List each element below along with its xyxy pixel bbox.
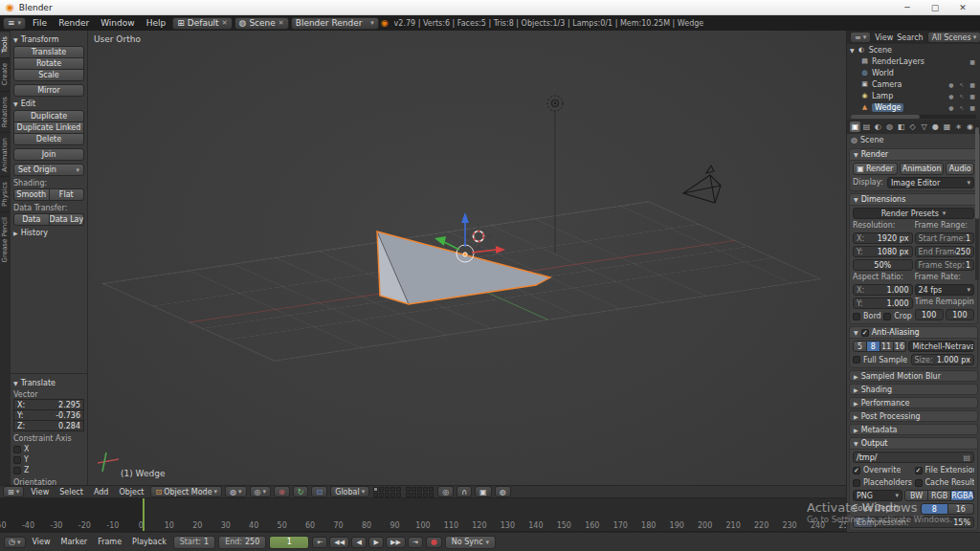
menu-add[interactable]: Add (90, 488, 113, 496)
shelf-tab-grease-pencil[interactable]: Grease Pencil (0, 211, 10, 267)
manipulator-x-arrow[interactable] (472, 250, 496, 253)
file-format-dropdown[interactable]: PNG ▾ (853, 490, 902, 501)
layer-cell[interactable] (423, 487, 428, 492)
layer-cell[interactable] (379, 487, 384, 492)
tab-render-layers[interactable]: ▤ (861, 121, 872, 132)
constraint-y-checkbox[interactable]: Y (13, 454, 84, 465)
scrollbar-thumb[interactable] (975, 127, 979, 219)
editor-type-selector[interactable]: ⊞ ▾ (3, 486, 24, 497)
remap-old-field[interactable]: 100 (915, 309, 944, 320)
folder-icon[interactable]: ▤ (963, 453, 970, 462)
resolution-x-field[interactable]: X: 1920 px (853, 232, 913, 244)
transform-panel-header[interactable]: ▼ Transform (13, 35, 84, 44)
visibility-toggles[interactable]: ● ↖ ■ (948, 81, 977, 88)
duplicate-linked-button[interactable]: Duplicate Linked (13, 121, 84, 134)
layer-cell[interactable] (396, 487, 401, 492)
camera-object[interactable] (683, 165, 721, 203)
layer-cell[interactable] (396, 493, 401, 497)
tab-physics[interactable]: ◉ (965, 121, 975, 132)
menu-file[interactable]: File (28, 18, 52, 28)
constraint-z-checkbox[interactable]: Z (13, 465, 84, 475)
menu-render[interactable]: Render (54, 18, 94, 28)
vector-z-field[interactable]: Z: 0.284 (13, 420, 84, 431)
dimensions-panel-header[interactable]: ▼ Dimensions (850, 194, 977, 206)
outliner-row-wedge[interactable]: ▲ Wedge ● ↖ ■ (847, 101, 980, 113)
channels-rgba[interactable]: RGBA (951, 490, 974, 501)
remap-new-field[interactable]: 100 (946, 309, 974, 320)
menu-search[interactable]: Search (897, 33, 923, 42)
aa-size-field[interactable]: Size: 1.000 px (911, 354, 975, 365)
aa-filter-dropdown[interactable]: Mitchell-Netravali ▾ (908, 341, 974, 352)
visibility-toggles[interactable]: ● ↖ ■ (948, 93, 977, 99)
start-frame-field[interactable]: Start: 1 (173, 536, 215, 549)
close-icon[interactable]: ✕ (222, 19, 228, 27)
border-checkbox[interactable]: Border (853, 311, 881, 321)
record-button[interactable]: ● (426, 537, 442, 548)
scrollbar-thumb[interactable] (851, 115, 920, 119)
render-animation-button[interactable]: Animation (900, 163, 945, 175)
layer-cell[interactable] (406, 493, 411, 497)
aa-samples-5[interactable]: 5 (853, 341, 867, 352)
outliner-scrollbar[interactable] (851, 115, 976, 119)
outliner-row-world[interactable]: ◍ World (847, 67, 980, 78)
current-frame-field[interactable]: 1 (269, 536, 309, 549)
channels-rgb[interactable]: RGB (928, 490, 951, 501)
menu-help[interactable]: Help (142, 18, 171, 28)
aa-samples-11[interactable]: 11 (880, 341, 894, 352)
render-audio-button[interactable]: Audio (946, 163, 974, 175)
expand-icon[interactable]: ▼ (850, 47, 855, 54)
editor-type-selector[interactable]: ≡ ▾ (3, 17, 26, 30)
flat-button[interactable]: Flat (50, 188, 85, 201)
screen-layout-selector[interactable]: ⊞ Default ✕ (172, 17, 232, 30)
depth-8[interactable]: 8 (921, 503, 948, 515)
layer-cell[interactable] (412, 493, 416, 497)
layer-cell[interactable] (390, 487, 395, 492)
layer-cell[interactable] (385, 487, 390, 492)
end-frame-field[interactable]: End Frame: 250 (915, 246, 975, 257)
outliner-row-lamp[interactable]: ◉ Lamp ● ↖ ■ (847, 90, 980, 101)
transport-button[interactable]: ◀◀ (329, 537, 349, 548)
mirror-button[interactable]: Mirror (13, 84, 84, 97)
tab-modifiers[interactable]: ◇ (907, 121, 918, 132)
menu-frame[interactable]: Frame (94, 538, 125, 546)
layer-cell[interactable] (417, 487, 422, 492)
menu-window[interactable]: Window (96, 18, 140, 28)
aspect-x-field[interactable]: X: 1.000 (853, 284, 913, 296)
history-panel-header[interactable]: ▶ History (13, 229, 84, 237)
manipulator-translate-button[interactable]: ⊕ (274, 486, 290, 497)
tab-object-data[interactable]: ▽ (919, 121, 929, 132)
sampled-motion-blur-panel-header[interactable]: ▶ Sampled Motion Blur (849, 370, 978, 382)
layer-cell[interactable] (429, 487, 434, 492)
timeline-playhead[interactable] (143, 498, 145, 531)
full-sample-checkbox[interactable]: Full Sample (853, 355, 909, 365)
pivot-dropdown[interactable]: ◎ ▾ (250, 486, 272, 497)
crop-checkbox[interactable]: Crop (883, 311, 912, 321)
compression-slider[interactable]: Compression: 15% (853, 517, 974, 528)
operator-panel-header[interactable]: ▼ Translate (13, 379, 84, 387)
render-opengl-anim-button[interactable]: ◍ (495, 486, 511, 497)
performance-panel-header[interactable]: ▶ Performance (849, 397, 978, 408)
tab-object[interactable]: ◧ (896, 121, 906, 132)
display-mode-dropdown[interactable]: All Scenes ▾ (927, 32, 980, 43)
file-extensions-checkbox[interactable]: File Extensions (915, 465, 975, 475)
scene-selector[interactable]: ◍ Scene ✕ (234, 17, 289, 30)
menu-playback[interactable]: Playback (128, 538, 170, 546)
properties-scrollbar[interactable] (975, 127, 979, 280)
render-presets-dropdown[interactable]: Render Presets ▾ (853, 208, 974, 219)
smooth-button[interactable]: Smooth (13, 188, 50, 201)
outliner-row-scene[interactable]: ▼ ◐ Scene (847, 44, 980, 55)
timeline-ruler[interactable]: -50-40-30-20-100102030405060708090100110… (0, 498, 846, 532)
render-engine-selector[interactable]: Blender Render ▾ (291, 17, 379, 30)
scale-button[interactable]: Scale (13, 69, 84, 81)
aa-samples-8[interactable]: 8 (867, 341, 880, 352)
shelf-tab-physics[interactable]: Physics (0, 176, 10, 211)
wedge-mesh-object[interactable] (377, 231, 550, 304)
frame-step-field[interactable]: Frame Step: 1 (915, 259, 975, 271)
tab-material[interactable]: ● (930, 121, 941, 132)
aa-enable-checkbox[interactable] (861, 329, 869, 337)
shelf-tab-relations[interactable]: Relations (0, 91, 10, 132)
join-button[interactable]: Join (13, 148, 84, 161)
transport-button[interactable]: ⇥ (408, 537, 423, 548)
shading-panel-header[interactable]: ▶ Shading (849, 384, 978, 395)
layer-cell[interactable] (417, 493, 422, 497)
